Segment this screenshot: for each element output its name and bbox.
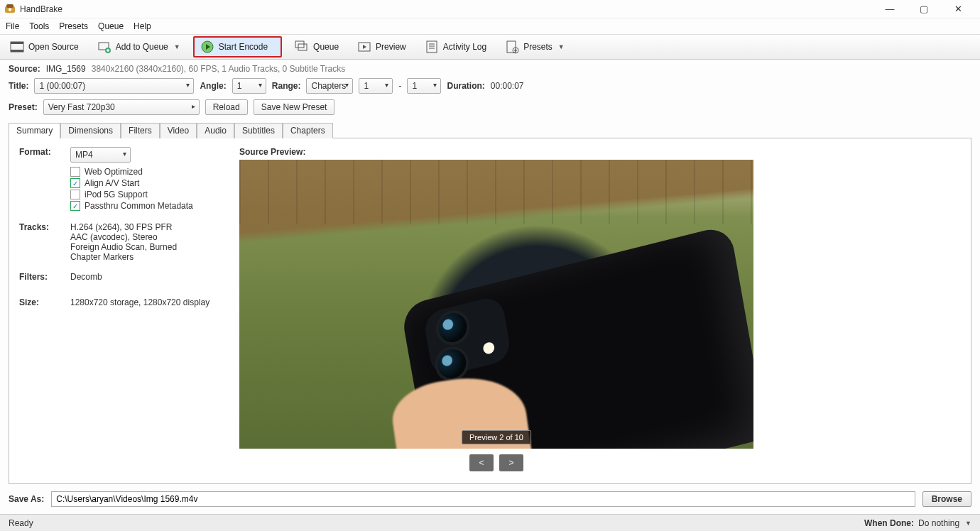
chevron-down-icon: ▼ xyxy=(174,43,180,50)
menu-queue[interactable]: Queue xyxy=(98,21,124,31)
range-type-select[interactable]: Chapters xyxy=(306,78,353,94)
play-icon xyxy=(200,40,214,54)
title-row: Title: 1 (00:00:07) Angle: 1 Range: Chap… xyxy=(0,75,980,97)
minimize-button[interactable]: — xyxy=(879,4,900,14)
menu-presets[interactable]: Presets xyxy=(59,21,88,31)
format-label: Format: xyxy=(19,147,70,157)
chevron-down-icon: ▼ xyxy=(965,520,971,527)
angle-select[interactable]: 1 xyxy=(232,78,266,94)
presets-button[interactable]: Presets ▼ xyxy=(499,37,570,57)
tab-subtitles[interactable]: Subtitles xyxy=(234,123,283,138)
tab-dimensions[interactable]: Dimensions xyxy=(60,123,121,138)
tab-video[interactable]: Video xyxy=(160,123,197,138)
chevron-down-icon: ▼ xyxy=(558,43,565,50)
browse-button[interactable]: Browse xyxy=(922,491,971,507)
preview-icon xyxy=(357,40,371,54)
queue-icon xyxy=(295,40,309,54)
preview-prev-button[interactable]: < xyxy=(469,454,494,471)
tracks-label: Tracks: xyxy=(19,222,70,232)
align-av-label: Align A/V Start xyxy=(85,178,139,188)
source-name: IMG_1569 xyxy=(46,64,86,74)
save-new-preset-button[interactable]: Save New Preset xyxy=(254,99,335,115)
queue-label: Queue xyxy=(313,42,339,52)
status-bar: Ready When Done: Do nothing ▼ xyxy=(0,514,980,531)
web-optimized-checkbox[interactable]: ✓ xyxy=(70,167,80,177)
activity-log-button[interactable]: Activity Log xyxy=(419,37,492,57)
start-encode-label: Start Encode xyxy=(219,42,268,52)
track-line: AAC (avcodec), Stereo xyxy=(70,232,225,242)
queue-add-icon xyxy=(97,40,111,54)
title-select[interactable]: 1 (00:00:07) xyxy=(34,78,194,94)
size-label: Size: xyxy=(19,297,70,307)
tabs: Summary Dimensions Filters Video Audio S… xyxy=(9,122,971,138)
preview-button[interactable]: Preview xyxy=(352,37,412,57)
toolbar: Open Source Add to Queue ▼ Start Encode … xyxy=(0,34,980,60)
source-info: Source: IMG_1569 3840x2160 (3840x2160), … xyxy=(0,60,980,75)
svg-rect-4 xyxy=(11,42,23,44)
reload-button[interactable]: Reload xyxy=(205,99,248,115)
close-button[interactable]: ✕ xyxy=(947,4,969,14)
size-value: 1280x720 storage, 1280x720 display xyxy=(70,297,225,307)
menu-bar: File Tools Presets Queue Help xyxy=(0,18,980,34)
tab-filters[interactable]: Filters xyxy=(121,123,160,138)
ipod-5g-checkbox[interactable]: ✓ xyxy=(70,190,80,199)
svg-rect-5 xyxy=(11,50,23,52)
tab-chapters[interactable]: Chapters xyxy=(283,123,333,138)
save-path-input[interactable] xyxy=(51,491,915,507)
status-text: Ready xyxy=(9,518,33,528)
tab-summary[interactable]: Summary xyxy=(9,123,60,138)
track-line: H.264 (x264), 30 FPS PFR xyxy=(70,222,225,232)
menu-help[interactable]: Help xyxy=(134,21,151,31)
format-select[interactable]: MP4 xyxy=(70,147,131,163)
add-to-queue-button[interactable]: Add to Queue ▼ xyxy=(92,37,186,57)
duration-label: Duration: xyxy=(447,81,484,91)
source-preview-label: Source Preview: xyxy=(239,147,961,157)
save-as-label: Save As: xyxy=(9,494,44,504)
title-bar: HandBrake — ▢ ✕ xyxy=(0,0,980,18)
preset-label: Preset: xyxy=(9,102,38,112)
tab-audio[interactable]: Audio xyxy=(197,123,234,138)
svg-rect-1 xyxy=(6,4,13,8)
maximize-button[interactable]: ▢ xyxy=(913,4,935,14)
activity-log-label: Activity Log xyxy=(443,42,486,52)
queue-button[interactable]: Queue xyxy=(289,37,344,57)
svg-marker-13 xyxy=(363,45,366,49)
filters-value: Decomb xyxy=(70,272,225,282)
web-optimized-label: Web Optimized xyxy=(85,167,143,177)
add-to-queue-label: Add to Queue xyxy=(116,42,168,52)
preview-image: Preview 2 of 10 xyxy=(239,160,753,449)
save-as-row: Save As: Browse xyxy=(0,484,980,514)
angle-label: Angle: xyxy=(200,81,226,91)
svg-point-2 xyxy=(9,8,11,11)
summary-panel: Format: MP4 ✓ Web Optimized ✓ Align A/V … xyxy=(9,138,971,484)
when-done-label: When Done: xyxy=(864,518,914,528)
presets-label: Presets xyxy=(523,42,552,52)
window-title: HandBrake xyxy=(20,4,62,14)
when-done-value[interactable]: Do nothing xyxy=(918,518,959,528)
track-line: Chapter Markers xyxy=(70,252,225,262)
title-label: Title: xyxy=(9,81,28,91)
duration-value: 00:00:07 xyxy=(491,81,524,91)
align-av-checkbox[interactable]: ✓ xyxy=(70,178,80,188)
open-source-label: Open Source xyxy=(28,42,79,52)
svg-rect-15 xyxy=(507,41,516,53)
menu-tools[interactable]: Tools xyxy=(29,21,49,31)
preview-next-button[interactable]: > xyxy=(499,454,523,471)
start-encode-button[interactable]: Start Encode xyxy=(193,36,282,58)
presets-icon xyxy=(505,40,519,54)
source-label: Source: xyxy=(9,64,40,74)
open-source-button[interactable]: Open Source xyxy=(4,37,85,57)
range-from-select[interactable]: 1 xyxy=(359,78,393,94)
filters-label: Filters: xyxy=(19,272,70,282)
range-sep: - xyxy=(398,81,401,91)
svg-rect-14 xyxy=(427,41,437,53)
menu-file[interactable]: File xyxy=(6,21,19,31)
source-meta: 3840x2160 (3840x2160), 60 FPS, 1 Audio T… xyxy=(92,64,346,74)
preview-counter: Preview 2 of 10 xyxy=(462,430,531,444)
ipod-5g-label: iPod 5G Support xyxy=(85,190,148,199)
preset-select[interactable]: Very Fast 720p30 xyxy=(43,99,200,115)
log-icon xyxy=(425,40,439,54)
passthru-checkbox[interactable]: ✓ xyxy=(70,201,80,211)
range-label: Range: xyxy=(272,81,301,91)
range-to-select[interactable]: 1 xyxy=(407,78,441,94)
